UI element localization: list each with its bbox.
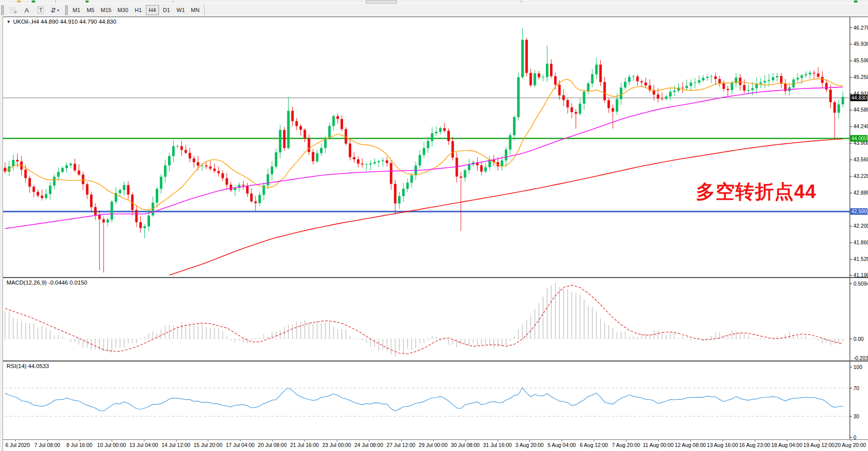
drawing-toolbar: F A T ⇵ ▾ M1M5M15M30H1H4D1W1MN — [0, 4, 868, 17]
toolbar-grip-handle[interactable] — [65, 5, 68, 15]
time-axis-tick — [304, 440, 305, 441]
time-axis-tick — [272, 440, 273, 441]
time-axis-tick — [787, 440, 787, 441]
svg-text:44.240: 44.240 — [853, 123, 868, 129]
textbox-tool-icon: T — [38, 7, 44, 14]
clipped-separator — [55, 1, 56, 3]
time-axis-tick — [401, 440, 402, 441]
time-axis-label: 19 Aug 12:00 — [804, 442, 835, 448]
svg-text:42.500: 42.500 — [851, 209, 867, 214]
time-axis-label: 20 Aug 20:00 — [835, 442, 866, 448]
toolbar-separator — [204, 5, 205, 16]
timeframe-button-m15[interactable]: M15 — [98, 5, 114, 15]
time-axis-label: 11 Aug 00:00 — [643, 442, 673, 448]
svg-text:46.270: 46.270 — [853, 25, 868, 31]
svg-text:0.00: 0.00 — [853, 336, 864, 342]
crosshair-grid-tool-button[interactable]: F — [6, 5, 19, 16]
window-left-edge — [0, 17, 3, 451]
time-axis[interactable]: 6 Jul 20207 Jul 08:008 Jul 16:0010 Jul 0… — [3, 439, 868, 451]
svg-text:100: 100 — [853, 364, 862, 370]
time-axis-label: 12 Aug 08:00 — [675, 442, 706, 448]
toolbar-grip-handle[interactable] — [1, 5, 4, 15]
arrows-tool-button[interactable]: ⇵ ▾ — [48, 5, 61, 16]
time-axis-tick — [755, 440, 755, 441]
time-axis-tick — [369, 440, 369, 441]
macd-label: MACD(12,26,9) -0.0446 0.0150 — [7, 280, 87, 286]
time-axis-tick — [337, 440, 337, 441]
time-axis-label: 27 Jul 12:00 — [386, 442, 415, 448]
chart-title: ▼UKOil-,H4 44.890 44.910 44.790 44.830 — [7, 19, 116, 25]
timeframe-button-m5[interactable]: M5 — [84, 5, 97, 15]
svg-text:-0.2032: -0.2032 — [853, 355, 868, 361]
time-axis-tick — [690, 440, 691, 441]
time-axis-label: 30 Jul 08:00 — [451, 442, 480, 448]
svg-text:45.930: 45.930 — [853, 41, 868, 47]
main-chart-panel[interactable]: 46.27045.93045.59045.25044.91044.58044.2… — [3, 17, 868, 278]
clipped-icon — [32, 1, 35, 3]
time-axis-label: 21 Jul 16:00 — [290, 442, 319, 448]
time-axis-label: 13 Jul 04:00 — [129, 442, 158, 448]
macd-indicator-panel[interactable]: 0.50940.00-0.2032 MACD(12,26,9) -0.0446 … — [3, 277, 868, 362]
timeframe-button-h4[interactable]: H4 — [146, 5, 159, 15]
time-axis-tick — [208, 440, 208, 441]
clipped-icon — [854, 1, 857, 3]
svg-text:41.860: 41.860 — [853, 239, 868, 245]
time-axis-tick — [594, 440, 594, 441]
clipped-separator — [173, 1, 173, 3]
time-axis-label: 24 Jul 08:00 — [354, 442, 383, 448]
time-axis-tick — [465, 440, 466, 441]
rsi-indicator-panel[interactable]: 10070300 RSI(14) 44.0533 — [3, 360, 868, 440]
dropdown-caret-icon: ▾ — [57, 8, 59, 13]
time-axis-label: 8 Jul 16:00 — [66, 442, 92, 448]
time-axis-tick — [144, 440, 144, 441]
time-axis-tick — [498, 440, 498, 441]
timeframe-button-m1[interactable]: M1 — [70, 5, 83, 15]
time-axis-tick — [176, 440, 177, 441]
timeframe-button-mn[interactable]: MN — [188, 5, 202, 15]
time-axis-label: 20 Jul 08:00 — [258, 442, 287, 448]
svg-text:42.880: 42.880 — [853, 190, 868, 196]
textbox-tool-button[interactable]: T — [34, 5, 47, 16]
svg-text:30: 30 — [853, 413, 859, 419]
time-axis-tick — [851, 440, 851, 441]
time-axis-label: 6 Aug 12:00 — [580, 442, 608, 448]
svg-text:42.200: 42.200 — [853, 223, 868, 229]
symbol-dropdown-icon[interactable]: ▼ — [7, 20, 11, 24]
time-axis-label: 5 Aug 04:00 — [547, 442, 576, 448]
time-axis-label: 15 Jul 20:00 — [194, 442, 222, 448]
text-tool-button[interactable]: A — [20, 5, 33, 16]
svg-text:44.580: 44.580 — [853, 107, 868, 113]
macd-canvas[interactable]: 0.50940.00-0.2032 — [0, 278, 868, 362]
rsi-canvas[interactable]: 10070300 — [0, 362, 868, 440]
svg-text:44.000: 44.000 — [851, 136, 867, 141]
svg-text:0.5094: 0.5094 — [853, 281, 868, 287]
time-axis-label: 29 Jul 00:00 — [419, 442, 447, 448]
clipped-icon — [17, 1, 21, 3]
svg-text:45.590: 45.590 — [853, 57, 868, 63]
tool-f-label: F — [15, 10, 17, 15]
time-axis-tick — [626, 440, 626, 441]
main-chart-canvas[interactable]: 46.27045.93045.59045.25044.91044.58044.2… — [0, 17, 868, 278]
svg-text:43.560: 43.560 — [853, 156, 868, 162]
time-axis-tick — [819, 440, 820, 441]
time-axis-label: 7 Aug 20:00 — [612, 442, 640, 448]
time-axis-tick — [47, 440, 48, 441]
time-axis-label: 3 Aug 20:00 — [515, 442, 543, 448]
chart-annotation-text: 多空转折点44 — [696, 179, 816, 205]
time-axis-label: 7 Jul 08:00 — [34, 442, 60, 448]
time-axis-tick — [562, 440, 562, 441]
time-axis-tick — [80, 440, 80, 441]
rsi-label: RSI(14) 44.0533 — [7, 363, 49, 369]
mt4-terminal-window: { "toolbar": { "tools": [ {"name": "indi… — [0, 0, 868, 451]
time-axis-label: 10 Jul 00:00 — [97, 442, 126, 448]
timeframe-button-h1[interactable]: H1 — [132, 5, 145, 15]
time-axis-label: 23 Jul 00:00 — [322, 442, 351, 448]
timeframe-button-m30[interactable]: M30 — [115, 5, 130, 15]
time-axis-tick — [240, 440, 241, 441]
timeframe-button-w1[interactable]: W1 — [174, 5, 188, 15]
svg-text:45.250: 45.250 — [853, 74, 868, 80]
time-axis-tick — [15, 440, 16, 441]
time-axis-label: 14 Jul 12:00 — [162, 442, 190, 448]
svg-text:70: 70 — [853, 385, 859, 391]
timeframe-button-d1[interactable]: D1 — [160, 5, 173, 15]
